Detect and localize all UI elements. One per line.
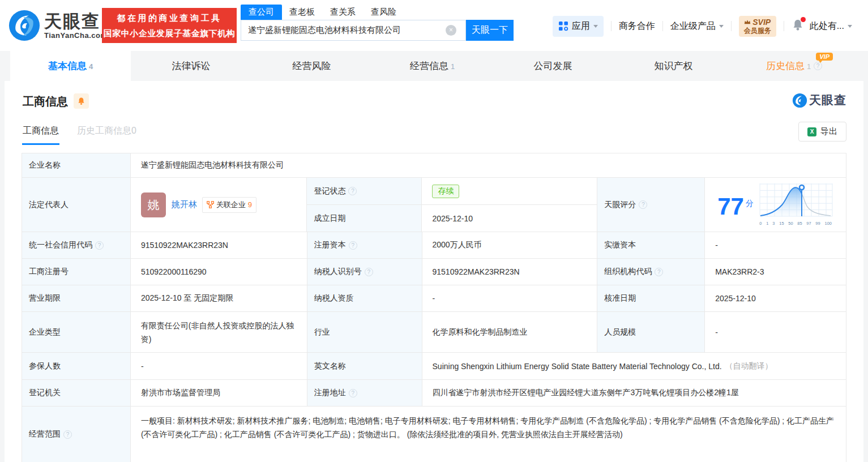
- help-icon[interactable]: ?: [655, 268, 663, 276]
- legal-rep-name-link[interactable]: 姚开林: [172, 199, 197, 210]
- table-row: 企业类型 有限责任公司(非自然人投资或控股的法人独资) 行业 化学原料和化学制品…: [22, 312, 846, 353]
- score-unit: 分: [746, 191, 754, 215]
- taxpayer-quality-label: 纳税人资质: [307, 285, 422, 312]
- org-chart-icon: [207, 201, 214, 208]
- business-term-value: 2025-12-10 至 无固定期限: [131, 285, 307, 312]
- excel-icon: X: [807, 127, 816, 136]
- staff-size-label: 人员规模: [597, 312, 705, 353]
- search-input[interactable]: [241, 20, 466, 41]
- table-row: 法定代表人 姚 姚开林 关联企业 9: [22, 178, 846, 232]
- export-button[interactable]: X 导出: [798, 122, 846, 142]
- help-icon[interactable]: ?: [63, 430, 72, 439]
- apps-grid-icon: [558, 21, 568, 31]
- search-tab-company[interactable]: 查公司: [241, 5, 282, 20]
- company-type-label: 企业类型: [22, 312, 131, 353]
- reg-status-label: 登记状态 ?: [307, 178, 422, 205]
- search-button[interactable]: 天眼一下: [466, 20, 514, 41]
- related-companies-badge[interactable]: 关联企业 9: [202, 197, 256, 213]
- search-tab-risk[interactable]: 查风险: [371, 5, 396, 20]
- company-name-value: 遂宁盛新锂能固态电池材料科技有限公司: [131, 153, 846, 178]
- search-tabs: 查公司 查老板 查关系 查风险: [241, 5, 412, 20]
- legal-rep-label: 法定代表人: [22, 178, 131, 232]
- user-account-menu[interactable]: 此处有...: [810, 20, 852, 32]
- table-row: 登记机关 射洪市市场监督管理局 注册地址 ? 四川省遂宁市射洪市经开区锂电产业园…: [22, 380, 846, 407]
- tab-count: 1: [451, 62, 455, 71]
- tianyancha-logo-icon: [8, 9, 41, 42]
- help-icon[interactable]: ?: [349, 389, 357, 397]
- user-account-label: 此处有...: [810, 20, 844, 32]
- tianyancha-watermark: 天眼查: [792, 92, 846, 108]
- apps-menu[interactable]: 应用: [553, 16, 604, 37]
- tab-count: 4: [89, 62, 93, 71]
- table-row: 统一社会信用代码 ? 91510922MAK23RR23N 注册资本 ? 200…: [22, 232, 846, 259]
- enterprise-products-menu[interactable]: 企业级产品: [670, 20, 724, 32]
- vip-badge: VIP: [816, 53, 833, 61]
- tab-label: 经营风险: [293, 59, 331, 72]
- slogan-line1: 都在用的商业查询工具: [102, 10, 237, 25]
- reg-capital-value: 2000万人民币: [422, 232, 598, 259]
- taxpayer-id-value: 91510922MAK23RR23N: [422, 259, 598, 285]
- table-row: 登记状态 ? 存续: [307, 178, 597, 205]
- help-icon[interactable]: ?: [365, 268, 373, 276]
- divider: [611, 21, 612, 31]
- reg-number-label: 工商注册号: [22, 259, 131, 285]
- reg-capital-label: 注册资本 ?: [307, 232, 422, 259]
- header: 天眼查 TianYanCha.com 都在用的商业查询工具 国家中小企业发展子基…: [0, 0, 868, 51]
- help-icon[interactable]: ?: [349, 241, 357, 250]
- section-title: 工商信息: [23, 94, 68, 109]
- search-tab-boss[interactable]: 查老板: [289, 5, 315, 20]
- tab-operating-risk[interactable]: 经营风险: [251, 51, 372, 81]
- english-name-value: Suining Shengxin Lithium Energy Solid St…: [422, 353, 846, 380]
- taxpayer-quality-value: -: [422, 285, 598, 312]
- tianyancha-logo[interactable]: 天眼查 TianYanCha.com: [8, 9, 108, 42]
- related-companies-label: 关联企业: [216, 200, 246, 210]
- svip-membership-button[interactable]: SVIP 会员服务: [739, 16, 776, 37]
- tab-label: 法律诉讼: [172, 59, 211, 72]
- crown-icon: [744, 19, 751, 24]
- tab-history-info[interactable]: VIP 历史信息 1 ?: [734, 51, 854, 81]
- help-icon[interactable]: ?: [348, 187, 357, 195]
- subtab-current-info[interactable]: 工商信息: [23, 125, 59, 145]
- taxpayer-id-label: 纳税人识别号 ?: [307, 259, 422, 285]
- monitor-bell-button[interactable]: [74, 93, 89, 109]
- svip-subtitle: 会员服务: [744, 27, 771, 35]
- table-row: 参保人数 - 英文名称 Suining Shengxin Lithium Ene…: [22, 353, 846, 380]
- english-name-label: 英文名称: [307, 353, 422, 380]
- help-icon[interactable]: ?: [95, 241, 104, 250]
- legal-rep-cell: 姚 姚开林 关联企业 9: [131, 178, 307, 232]
- watermark-text: 天眼查: [809, 92, 846, 108]
- divider: [731, 21, 732, 31]
- credit-code-label: 统一社会信用代码 ?: [22, 232, 131, 259]
- approval-date-value: 2025-12-10: [705, 285, 846, 312]
- reg-number-value: 510922000116290: [131, 259, 307, 285]
- header-menu: 应用 商务合作 企业级产品 SVIP 会员服务: [553, 15, 852, 37]
- insured-count-value: -: [131, 353, 307, 380]
- industry-value: 化学原料和化学制品制造业: [422, 312, 598, 353]
- score-cell: 77 分: [705, 178, 846, 232]
- tab-basic-info[interactable]: 基本信息 4: [10, 51, 131, 81]
- clear-search-icon[interactable]: ×: [446, 25, 456, 36]
- tab-company-development[interactable]: 公司发展: [493, 51, 613, 81]
- apps-label: 应用: [572, 20, 590, 32]
- notification-bell-icon[interactable]: [792, 19, 804, 33]
- search-tab-relation[interactable]: 查关系: [330, 5, 356, 20]
- tab-label: 经营信息: [410, 59, 448, 72]
- tab-legal-proceedings[interactable]: 法律诉讼: [131, 51, 251, 81]
- table-row: 成立日期 2025-12-10: [307, 205, 597, 232]
- auto-translate-note: （自动翻译）: [725, 361, 773, 371]
- company-nav-tabs: 基本信息 4 法律诉讼 经营风险 经营信息 1 公司发展 知识产权 VIP 历史…: [10, 51, 854, 81]
- cooperation-menu[interactable]: 商务合作: [619, 20, 655, 32]
- help-icon[interactable]: ?: [814, 62, 822, 70]
- business-term-label: 营业期限: [22, 285, 131, 312]
- help-icon[interactable]: ?: [639, 200, 647, 209]
- tab-intellectual-property[interactable]: 知识产权: [613, 51, 734, 81]
- company-name-label: 企业名称: [22, 153, 131, 178]
- score-value: 77 分: [717, 191, 754, 219]
- table-row: 工商注册号 510922000116290 纳税人识别号 ? 91510922M…: [22, 259, 846, 285]
- paid-capital-value: -: [705, 232, 846, 259]
- business-scope-label: 经营范围 ?: [22, 407, 131, 462]
- tab-business-info[interactable]: 经营信息 1: [372, 51, 493, 81]
- legal-rep-avatar[interactable]: 姚: [141, 192, 166, 217]
- enterprise-products-label: 企业级产品: [670, 20, 716, 32]
- subtab-history-info[interactable]: 历史工商信息0: [77, 125, 136, 145]
